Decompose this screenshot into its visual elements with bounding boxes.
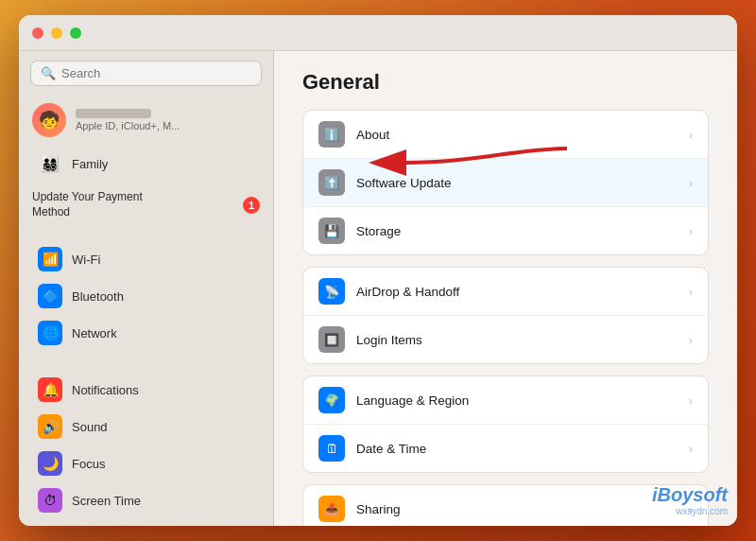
login-items-label: Login Items [356, 333, 678, 347]
avatar: 🧒 [32, 103, 66, 137]
content-area: 🔍 🧒 Apple ID, iCloud+, M... 👨‍👩‍👧‍👦 Fami… [19, 51, 737, 526]
date-time-icon: 🗓 [318, 435, 345, 462]
main-content: General ℹ️ About › ⬆️ So [274, 51, 737, 526]
login-items-chevron: › [689, 333, 693, 347]
airdrop-icon: 📡 [318, 278, 345, 305]
bluetooth-icon: 🔷 [38, 284, 62, 308]
airdrop-label: AirDrop & Handoff [356, 285, 678, 299]
sidebar-item-bluetooth[interactable]: 🔷 Bluetooth [25, 278, 267, 314]
page-title: General [302, 70, 709, 95]
watermark-subtext: wxsydn.com [652, 506, 728, 516]
language-chevron: › [689, 393, 693, 408]
sidebar-item-network[interactable]: 🌐 Network [25, 315, 267, 351]
screentime-icon: ⏱ [38, 488, 62, 513]
apple-id-section[interactable]: 🧒 Apple ID, iCloud+, M... [19, 96, 273, 145]
bluetooth-label: Bluetooth [72, 289, 124, 304]
settings-group-2: 📡 AirDrop & Handoff › 🔲 Login Items › [302, 267, 709, 364]
storage-chevron: › [689, 224, 693, 238]
storage-icon: 💾 [318, 218, 345, 244]
sharing-icon: 📤 [318, 496, 345, 522]
settings-group-1: ℹ️ About › ⬆️ Software Update › 💾 Storag… [302, 110, 709, 255]
close-button[interactable] [32, 27, 43, 39]
settings-row-software-update[interactable]: ⬆️ Software Update › [303, 159, 708, 207]
search-bar[interactable]: 🔍 [30, 61, 262, 86]
network-label: Network [72, 326, 117, 340]
focus-icon: 🌙 [38, 451, 62, 476]
settings-row-date-time[interactable]: 🗓 Date & Time › [303, 425, 708, 472]
date-time-label: Date & Time [356, 442, 678, 456]
watermark: iBoysoft wxsydn.com [652, 484, 728, 516]
network-icon: 🌐 [38, 321, 62, 345]
settings-group-4: 📤 Sharing › ⏰ Time Machine › [302, 484, 709, 526]
notifications-label: Notifications [72, 383, 139, 397]
system-section: 🔔 Notifications 🔊 Sound 🌙 Focus ⏱ Screen… [19, 365, 273, 525]
focus-label: Focus [72, 457, 105, 471]
software-update-chevron: › [689, 176, 693, 190]
settings-row-airdrop[interactable]: 📡 AirDrop & Handoff › [303, 268, 708, 316]
sidebar-item-family[interactable]: 👨‍👩‍👧‍👦 Family [25, 146, 267, 182]
main-window: 🔍 🧒 Apple ID, iCloud+, M... 👨‍👩‍👧‍👦 Fami… [19, 15, 737, 526]
search-input[interactable] [61, 66, 251, 80]
sharing-label: Sharing [356, 502, 678, 516]
sidebar-item-sound[interactable]: 🔊 Sound [25, 409, 267, 445]
language-label: Language & Region [356, 393, 678, 408]
login-items-icon: 🔲 [318, 326, 345, 353]
wifi-label: Wi-Fi [72, 253, 100, 267]
maximize-button[interactable] [70, 27, 81, 39]
about-label: About [356, 128, 678, 142]
minimize-button[interactable] [51, 27, 62, 39]
wifi-icon: 📶 [38, 247, 62, 271]
software-update-icon: ⬆️ [318, 169, 345, 196]
language-icon: 🌍 [318, 387, 345, 413]
settings-row-login-items[interactable]: 🔲 Login Items › [303, 316, 708, 363]
screentime-label: Screen Time [72, 494, 141, 508]
storage-label: Storage [356, 224, 678, 238]
update-payment-text: Update Your Payment Method [32, 190, 174, 219]
sidebar-item-focus[interactable]: 🌙 Focus [25, 445, 267, 481]
about-icon: ℹ️ [318, 121, 345, 148]
date-time-chevron: › [689, 442, 693, 456]
settings-group-3: 🌍 Language & Region › 🗓 Date & Time › [302, 375, 709, 473]
sidebar-item-notifications[interactable]: 🔔 Notifications [25, 372, 267, 408]
search-icon: 🔍 [41, 66, 56, 80]
about-chevron: › [689, 128, 693, 142]
apple-id-name [76, 109, 151, 118]
apple-id-subtitle: Apple ID, iCloud+, M... [76, 120, 180, 131]
sidebar-item-screentime[interactable]: ⏱ Screen Time [25, 482, 267, 518]
titlebar [19, 15, 737, 51]
settings-row-about[interactable]: ℹ️ About › [303, 111, 708, 159]
settings-row-storage[interactable]: 💾 Storage › [303, 207, 708, 254]
sidebar-item-wifi[interactable]: 📶 Wi-Fi [25, 241, 267, 277]
network-section: 📶 Wi-Fi 🔷 Bluetooth 🌐 Network [19, 235, 273, 358]
apple-id-info: Apple ID, iCloud+, M... [76, 109, 180, 131]
settings-row-sharing[interactable]: 📤 Sharing › [303, 485, 708, 526]
notifications-icon: 🔔 [38, 377, 62, 402]
update-payment-section[interactable]: Update Your Payment Method 1 [19, 183, 273, 227]
family-icon: 👨‍👩‍👧‍👦 [38, 151, 62, 176]
sidebar: 🔍 🧒 Apple ID, iCloud+, M... 👨‍👩‍👧‍👦 Fami… [19, 51, 274, 526]
settings-row-language[interactable]: 🌍 Language & Region › [303, 376, 708, 425]
sound-label: Sound [72, 420, 108, 434]
software-update-label: Software Update [356, 176, 678, 190]
family-label: Family [72, 157, 108, 171]
traffic-lights [32, 27, 81, 39]
sound-icon: 🔊 [38, 414, 62, 439]
watermark-text: iBoysoft [652, 484, 728, 506]
airdrop-chevron: › [689, 285, 693, 299]
payment-badge: 1 [243, 197, 260, 214]
